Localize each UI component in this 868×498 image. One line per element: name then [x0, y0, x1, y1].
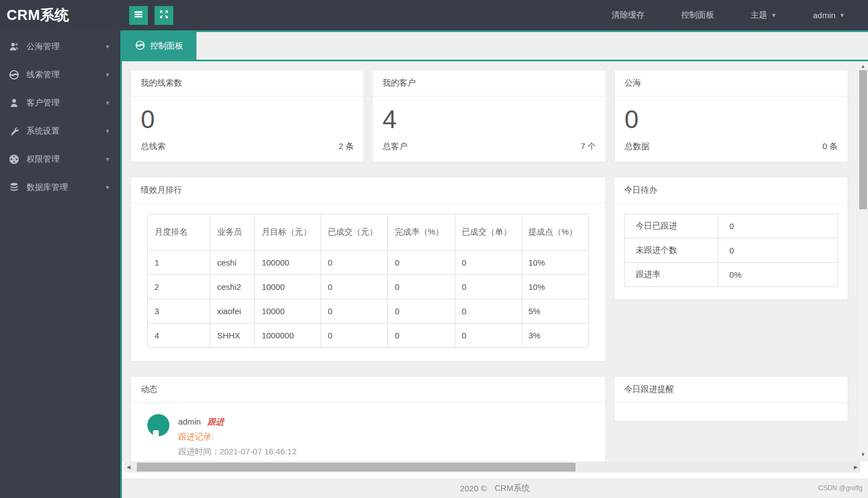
cell-target: 100000	[255, 251, 321, 275]
middle-row: 绩效月排行 月度排名 业务员 月目标（元） 已成交（元） 完成率（%） 已成交（…	[130, 177, 848, 362]
cell-commission: 3%	[521, 324, 589, 348]
horizontal-scroll-track[interactable]	[133, 462, 851, 473]
topbar: CRM系统 清除缓存 控制面板 主题 ▼ admin ▼	[0, 0, 868, 30]
database-icon	[9, 182, 19, 193]
cell-target: 10000	[255, 275, 321, 299]
stat-value: 4	[372, 97, 605, 136]
username-label: admin	[813, 10, 835, 20]
sidebar-toggle-button[interactable]	[129, 6, 148, 25]
vertical-scroll-thumb[interactable]	[859, 70, 867, 209]
todo-label: 今日已跟进	[625, 214, 718, 239]
card-title: 动态	[131, 377, 605, 403]
watermark: CSDN @greffg	[818, 484, 862, 492]
sidebar-item-label: 数据库管理	[26, 182, 105, 193]
hamburger-icon	[134, 9, 143, 21]
chevron-down-icon: ▼	[105, 72, 110, 78]
todo-row: 跟进率 0%	[625, 263, 838, 287]
tab-control-panel[interactable]: 控制面板	[122, 32, 196, 60]
sidebar-item-label: 公海管理	[26, 41, 105, 52]
cell-deal-count: 0	[455, 299, 521, 324]
todo-table: 今日已跟进 0 未跟进个数 0 跟进率 0%	[624, 214, 838, 287]
cell-deal-count: 0	[455, 275, 521, 299]
table-row: 4 SHHX 1000000 0 0 0 3%	[148, 324, 589, 348]
column-header: 提成点（%）	[521, 214, 589, 251]
table-row: 3 xiaofei 10000 0 0 0 5%	[148, 299, 589, 324]
activity-action-link[interactable]: 跟进	[207, 417, 224, 426]
stat-footer-label: 总线索	[141, 141, 166, 152]
wrench-icon	[9, 126, 19, 136]
cell-rank: 3	[148, 299, 210, 324]
activity-card: 动态 admin 跟进 跟进记录: 跟进时间：2021-07-07 16:46:…	[130, 376, 606, 462]
sidebar-item-customers[interactable]: 客户管理 ▼	[0, 89, 120, 117]
app-title: CRM系统	[0, 6, 120, 25]
caret-down-icon: ▼	[839, 12, 845, 18]
todo-label: 跟进率	[625, 263, 718, 287]
card-title: 今日待办	[614, 177, 848, 204]
sidebar-item-label: 客户管理	[26, 98, 105, 108]
permissions-icon	[9, 154, 19, 165]
column-header: 已成交（元）	[321, 214, 387, 251]
card-title: 公海	[615, 70, 848, 97]
chevron-down-icon: ▼	[105, 184, 110, 190]
stat-footer-value: 2 条	[339, 141, 354, 152]
todo-value: 0	[718, 239, 837, 263]
scroll-left-icon[interactable]: ◀	[124, 462, 133, 473]
cell-target: 10000	[255, 299, 321, 324]
vertical-scrollbar[interactable]: ▲ ▼	[859, 62, 867, 458]
cell-deal-count: 0	[455, 251, 521, 275]
control-panel-link[interactable]: 控制面板	[681, 10, 714, 20]
followup-reminder-card: 今日跟进提醒	[614, 376, 848, 421]
avatar	[147, 414, 169, 436]
table-header-row: 月度排名 业务员 月目标（元） 已成交（元） 完成率（%） 已成交（单） 提成点…	[148, 214, 589, 251]
performance-ranking-card: 绩效月排行 月度排名 业务员 月目标（元） 已成交（元） 完成率（%） 已成交（…	[130, 177, 606, 362]
user-menu-dropdown[interactable]: admin ▼	[813, 10, 845, 20]
clear-cache-label: 清除缓存	[611, 10, 645, 20]
activity-item: admin 跟进 跟进记录: 跟进时间：2021-07-07 16:46:12	[131, 403, 605, 459]
fullscreen-button[interactable]	[155, 6, 173, 25]
stat-value: 0	[131, 97, 364, 136]
scroll-right-icon[interactable]: ▶	[851, 462, 860, 473]
topbar-buttons	[129, 6, 173, 25]
users-icon	[9, 41, 19, 52]
activity-record-label: 跟进记录:	[178, 429, 296, 444]
sidebar-item-leads[interactable]: 线索管理 ▼	[0, 61, 120, 89]
todo-row: 未跟进个数 0	[625, 239, 838, 263]
horizontal-scrollbar[interactable]: ◀ ▶	[124, 462, 860, 473]
activity-headline: admin 跟进	[178, 414, 296, 429]
cell-rank: 4	[148, 324, 210, 348]
cell-commission: 10%	[521, 275, 589, 299]
sidebar-item-label: 权限管理	[26, 154, 105, 165]
stat-footer-label: 总客户	[382, 141, 407, 152]
theme-dropdown[interactable]: 主题 ▼	[750, 10, 776, 20]
theme-label: 主题	[750, 10, 767, 20]
sidebar-item-permissions[interactable]: 权限管理 ▼	[0, 145, 120, 173]
footer-brand: CRM系统	[494, 483, 530, 494]
globe-icon	[9, 70, 19, 80]
chevron-down-icon: ▼	[105, 156, 110, 162]
topbar-nav: 清除缓存 控制面板 主题 ▼ admin ▼	[611, 10, 845, 20]
scroll-up-icon[interactable]: ▲	[859, 63, 867, 69]
cell-completion: 0	[388, 299, 455, 324]
cell-deal-amount: 0	[321, 299, 387, 324]
stat-card-row: 我的线索数 0 总线索 2 条 我的客户 4 总客户 7 个 公海 0 总	[130, 70, 848, 162]
clear-cache-link[interactable]: 清除缓存	[611, 10, 645, 20]
chevron-down-icon: ▼	[105, 44, 110, 50]
sidebar-item-public-sea[interactable]: 公海管理 ▼	[0, 33, 120, 61]
column-header: 已成交（单）	[455, 214, 521, 251]
bottom-row: 动态 admin 跟进 跟进记录: 跟进时间：2021-07-07 16:46:…	[130, 376, 848, 462]
cell-deal-count: 0	[455, 324, 521, 348]
stat-value: 0	[615, 97, 848, 136]
main-area: 控制面板 我的线索数 0 总线索 2 条 我的客户 4 总客户 7 个	[120, 30, 868, 498]
cell-deal-amount: 0	[321, 324, 387, 348]
today-todo-card: 今日待办 今日已跟进 0 未跟进个数 0	[614, 177, 848, 300]
sidebar-item-database[interactable]: 数据库管理 ▼	[0, 173, 120, 202]
fullscreen-icon	[159, 9, 169, 21]
cell-rank: 1	[148, 251, 210, 275]
table-row: 2 ceshi2 10000 0 0 0 10%	[148, 275, 589, 299]
horizontal-scroll-thumb[interactable]	[137, 463, 576, 471]
scroll-down-icon[interactable]: ▼	[859, 452, 867, 457]
table-row: 1 ceshi 100000 0 0 0 10%	[148, 251, 589, 275]
sidebar-item-system-settings[interactable]: 系统设置 ▼	[0, 117, 120, 145]
user-icon	[9, 98, 19, 108]
performance-table: 月度排名 业务员 月目标（元） 已成交（元） 完成率（%） 已成交（单） 提成点…	[147, 214, 589, 348]
